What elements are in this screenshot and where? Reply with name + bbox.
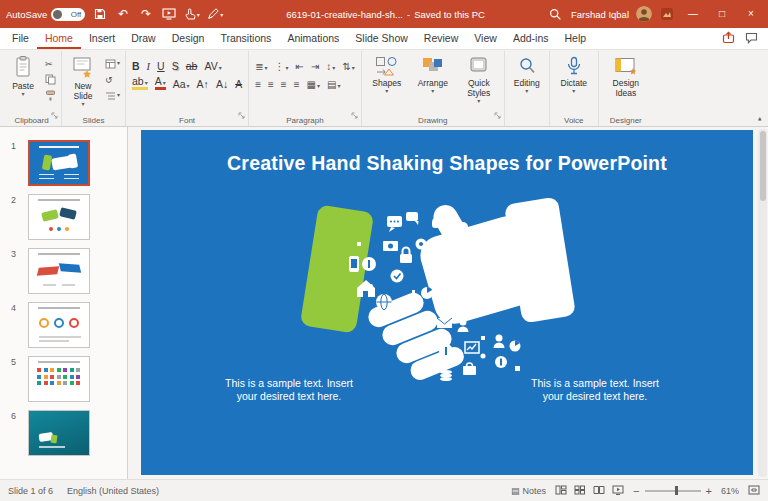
maximize-button[interactable]: □ (711, 0, 733, 28)
search-button[interactable] (548, 4, 564, 24)
briefcase-icon (463, 363, 476, 375)
document-title[interactable]: 6619-01-creative-hand-sh... - Saved to t… (230, 9, 541, 20)
close-button[interactable]: × (740, 0, 762, 28)
numbering-button[interactable]: ⋮▾ (275, 58, 289, 72)
language-indicator[interactable]: English (United States) (67, 486, 159, 496)
drawing-group: Shapes ▾ Arrange ▾ Quick Styles ▾ Drawin… (362, 51, 505, 126)
slide-thumbnail-5[interactable] (28, 356, 90, 402)
line-spacing-button[interactable]: ↕▾ (326, 58, 335, 72)
slide-layout-button[interactable]: ▾ (103, 56, 122, 71)
thumbnail-row-5: 5 (0, 356, 127, 402)
undo-button[interactable]: ↶ (115, 4, 131, 24)
left-text-placeholder[interactable]: This is a sample text. Insert your desir… (225, 377, 353, 403)
avatar[interactable] (636, 6, 652, 22)
touch-mouse-mode-button[interactable]: ▾ (184, 4, 200, 24)
convert-to-smartart-button[interactable]: ▤▾ (327, 76, 340, 90)
scrollbar-thumb[interactable] (760, 131, 766, 201)
slideshow-from-beginning-button[interactable] (161, 4, 177, 24)
dictate-button[interactable]: Dictate ▾ (553, 53, 595, 95)
section-button[interactable]: ▾ (103, 88, 122, 103)
clear-formatting-button[interactable]: A (235, 76, 242, 90)
slide-thumbnail-1[interactable] (28, 140, 90, 186)
tab-home[interactable]: Home (37, 28, 81, 49)
tab-review[interactable]: Review (416, 28, 466, 49)
slide-canvas[interactable]: Creative Hand Shaking Shapes for PowerPo… (141, 130, 753, 475)
tab-draw[interactable]: Draw (123, 28, 164, 49)
share-button[interactable] (722, 30, 735, 48)
tab-file[interactable]: File (4, 28, 37, 49)
minimize-button[interactable]: — (682, 0, 704, 28)
save-button[interactable] (92, 4, 108, 24)
change-case-button[interactable]: Aa▾ (173, 76, 190, 90)
shrink-font-button[interactable]: A↓ (216, 76, 228, 90)
arrange-button[interactable]: Arrange ▾ (411, 53, 455, 95)
comments-button[interactable] (745, 30, 758, 48)
text-direction-button[interactable]: ⇅▾ (342, 58, 354, 72)
slide-thumbnail-4[interactable] (28, 302, 90, 348)
tab-slide-show[interactable]: Slide Show (347, 28, 416, 49)
strikethrough-button[interactable]: ab (186, 58, 198, 72)
globe-icon (376, 294, 392, 310)
zoom-slider[interactable] (645, 490, 701, 492)
increase-indent-button[interactable]: ⇥ (311, 58, 319, 72)
vertical-scrollbar[interactable] (758, 129, 767, 477)
columns-button[interactable]: ▦▾ (307, 76, 320, 90)
align-right-button[interactable]: ≡ (281, 76, 287, 90)
quick-styles-button[interactable]: Quick Styles ▾ (457, 53, 501, 105)
text-shadow-button[interactable]: S (172, 58, 179, 72)
tab-view[interactable]: View (466, 28, 505, 49)
tab-animations[interactable]: Animations (279, 28, 347, 49)
paste-button[interactable]: Paste ▾ (5, 53, 41, 98)
slide-thumbnail-2[interactable] (28, 194, 90, 240)
cut-button[interactable]: ✂ (43, 56, 58, 71)
align-center-button[interactable]: ≡ (268, 76, 274, 90)
tab-help[interactable]: Help (556, 28, 594, 49)
zoom-out-button[interactable]: − (633, 481, 639, 501)
user-name[interactable]: Farshad Iqbal (571, 9, 629, 20)
tab-transitions[interactable]: Transitions (212, 28, 279, 49)
normal-view-button[interactable] (555, 485, 567, 497)
copy-button[interactable] (43, 72, 58, 87)
font-color-button[interactable]: A▾ (155, 76, 166, 90)
bold-button[interactable]: B (132, 58, 140, 72)
character-spacing-button[interactable]: AV▾ (204, 58, 221, 72)
app-badge-icon[interactable] (659, 4, 675, 24)
collapse-ribbon-button[interactable]: ▾ (758, 115, 762, 123)
autosave-toggle[interactable]: AutoSave Off (6, 8, 85, 21)
slideshow-view-button[interactable] (612, 485, 624, 497)
tab-insert[interactable]: Insert (81, 28, 123, 49)
underline-button[interactable]: U (157, 58, 165, 72)
text-highlight-button[interactable]: ab▾ (132, 76, 148, 90)
shapes-button[interactable]: Shapes ▾ (365, 53, 409, 95)
pen-tool-button[interactable]: ▾ (207, 4, 223, 24)
italic-button[interactable]: I (147, 58, 151, 72)
zoom-level[interactable]: 61% (721, 486, 739, 496)
autosave-switch[interactable]: Off (51, 8, 85, 21)
decrease-indent-button[interactable]: ⇤ (296, 58, 304, 72)
notes-button[interactable]: ▤Notes (511, 486, 546, 496)
justify-button[interactable]: ≡ (294, 76, 300, 90)
right-text-placeholder[interactable]: This is a sample text. Insert your desir… (531, 377, 659, 403)
zoom-in-button[interactable]: + (706, 481, 712, 501)
tab-design[interactable]: Design (164, 28, 213, 49)
reset-slide-button[interactable]: ↺ (103, 72, 122, 87)
reading-view-button[interactable] (593, 485, 605, 497)
new-slide-button[interactable]: New Slide ▾ (65, 53, 101, 108)
grow-font-button[interactable]: A↑ (197, 76, 209, 90)
slide-thumbnail-6[interactable] (28, 410, 90, 456)
fit-to-window-button[interactable] (748, 485, 760, 497)
voice-group-label: Voice (550, 116, 598, 125)
tab-add-ins[interactable]: Add-ins (505, 28, 557, 49)
editing-button[interactable]: Editing ▾ (508, 53, 546, 95)
align-left-button[interactable]: ≡ (255, 76, 261, 90)
zoom-slider-thumb[interactable] (675, 486, 678, 495)
slide-thumbnail-3[interactable] (28, 248, 90, 294)
slide-sorter-view-button[interactable] (574, 485, 586, 497)
envelope-icon (437, 318, 452, 328)
format-painter-button[interactable] (43, 88, 58, 103)
design-ideas-button[interactable]: Design Ideas (602, 53, 650, 98)
slide-indicator[interactable]: Slide 1 of 6 (8, 486, 53, 496)
bullets-button[interactable]: ≣▾ (255, 58, 267, 72)
slide-thumbnail-panel: 1 2 (0, 127, 128, 479)
redo-button[interactable]: ↷ (138, 4, 154, 24)
